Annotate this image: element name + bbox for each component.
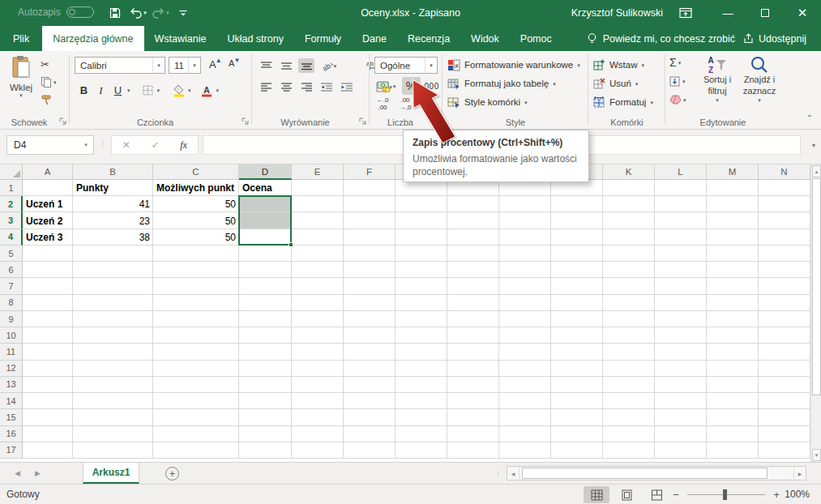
fill-color-caret[interactable]: ▾	[188, 88, 191, 93]
page-break-view-button[interactable]	[644, 486, 669, 503]
grow-font-button[interactable]: A▲	[209, 58, 216, 70]
font-size-caret[interactable]: ▾	[188, 58, 200, 73]
row-header-4[interactable]: 4	[0, 229, 23, 246]
autosum-button[interactable]: Σ▾	[669, 56, 686, 69]
tab-data[interactable]: Dane	[352, 26, 397, 51]
undo-button[interactable]: ▾	[128, 3, 148, 23]
selection-range[interactable]	[238, 195, 292, 246]
zoom-level[interactable]: 100%	[785, 489, 810, 500]
autosum-caret[interactable]: ▾	[678, 60, 682, 66]
sheet-tab-arkusz1[interactable]: Arkusz1	[83, 463, 139, 484]
column-header-N[interactable]: N	[759, 164, 810, 180]
cell-A4[interactable]: Uczeń 3	[23, 229, 73, 246]
increase-indent-button[interactable]	[339, 79, 355, 94]
vertical-scrollbar[interactable]: ▲ ▼	[810, 164, 821, 462]
borders-caret[interactable]: ▾	[157, 88, 160, 93]
column-header-D[interactable]: D	[239, 164, 292, 180]
align-right-button[interactable]	[298, 79, 314, 94]
number-format-caret[interactable]: ▾	[425, 58, 437, 73]
accounting-format-button[interactable]	[374, 77, 392, 95]
shrink-font-button[interactable]: A▼	[229, 58, 234, 68]
column-header-M[interactable]: M	[707, 164, 759, 180]
row-header-6[interactable]: 6	[0, 262, 23, 278]
sort-filter-button[interactable]: AZ Sortuj i filtruj ▾	[695, 55, 740, 103]
vertical-scroll-thumb[interactable]	[812, 178, 821, 395]
enter-entry-icon[interactable]: ✓	[151, 139, 159, 151]
insert-cells-caret[interactable]: ▾	[642, 62, 645, 68]
sort-filter-caret[interactable]: ▾	[716, 97, 719, 103]
save-button[interactable]	[105, 3, 125, 23]
row-header-17[interactable]: 17	[0, 442, 23, 459]
align-left-button[interactable]	[258, 79, 274, 94]
cell-C1[interactable]: Możliwych punkt	[153, 180, 239, 196]
italic-button[interactable]: I	[93, 82, 109, 99]
row-header-8[interactable]: 8	[0, 295, 23, 311]
find-select-caret[interactable]: ▾	[758, 97, 761, 103]
undo-dropdown-caret[interactable]: ▾	[143, 10, 147, 16]
cut-button[interactable]: ✂	[41, 58, 57, 70]
cell-C2[interactable]: 50	[153, 196, 239, 212]
font-color-button[interactable]: A	[199, 82, 215, 99]
zoom-in-button[interactable]: +	[772, 489, 781, 501]
cell-C3[interactable]: 50	[153, 212, 239, 229]
fill-button[interactable]: ▾	[669, 75, 686, 88]
cancel-entry-icon[interactable]: ✕	[122, 139, 130, 151]
underline-button[interactable]: U	[110, 82, 126, 99]
tab-page-layout[interactable]: Układ strony	[216, 26, 293, 51]
cell-A3[interactable]: Uczeń 2	[23, 212, 73, 229]
tab-formulas[interactable]: Formuły	[294, 26, 352, 51]
decrease-indent-button[interactable]	[319, 79, 335, 94]
fill-color-button[interactable]	[171, 82, 186, 99]
tab-home[interactable]: Narzędzia główne	[42, 26, 143, 51]
tabbar-splitter[interactable]: ⋮	[494, 468, 502, 476]
delete-cells-caret[interactable]: ▾	[635, 81, 639, 87]
row-header-15[interactable]: 15	[0, 409, 23, 425]
zoom-slider[interactable]	[687, 494, 765, 495]
tab-help[interactable]: Pomoc	[510, 26, 562, 51]
font-color-caret[interactable]: ▾	[216, 88, 220, 93]
cell-D1[interactable]: Ocena	[239, 180, 292, 196]
borders-button[interactable]	[140, 82, 156, 99]
number-format-combo[interactable]: Ogólne ▾	[374, 57, 438, 74]
page-layout-view-button[interactable]	[614, 486, 639, 503]
orientation-button[interactable]: ab▾	[319, 58, 340, 73]
row-header-12[interactable]: 12	[0, 361, 23, 377]
column-header-L[interactable]: L	[655, 164, 707, 180]
alignment-dialog-launcher[interactable]	[358, 117, 367, 126]
conditional-formatting-caret[interactable]: ▾	[577, 62, 580, 68]
row-header-16[interactable]: 16	[0, 426, 23, 442]
normal-view-button[interactable]	[584, 486, 609, 503]
minimize-button[interactable]: —	[709, 0, 746, 26]
cell-B1[interactable]: Punkty	[73, 180, 153, 196]
format-cells-caret[interactable]: ▾	[650, 100, 653, 105]
collapse-ribbon-button[interactable]: ⌃	[806, 113, 813, 122]
format-painter-button[interactable]	[41, 93, 57, 106]
find-select-button[interactable]: Znajdź i zaznacz ▾	[737, 55, 782, 103]
row-header-10[interactable]: 10	[0, 327, 23, 344]
row-header-1[interactable]: 1	[0, 180, 23, 196]
row-header-11[interactable]: 11	[0, 344, 23, 360]
row-header-13[interactable]: 13	[0, 377, 23, 393]
align-bottom-button[interactable]	[298, 58, 314, 73]
select-all-button[interactable]	[0, 164, 23, 180]
tab-file[interactable]: Plik	[0, 26, 42, 51]
fill-handle[interactable]	[289, 242, 293, 247]
clear-caret[interactable]: ▾	[683, 97, 686, 103]
maximize-button[interactable]	[746, 0, 784, 26]
clipboard-dialog-launcher[interactable]	[58, 117, 67, 126]
row-header-9[interactable]: 9	[0, 311, 23, 327]
sheet-nav-right-icon[interactable]: ▶	[35, 469, 41, 477]
bold-button[interactable]: B	[76, 82, 92, 99]
row-header-3[interactable]: 3	[0, 212, 23, 229]
font-name-combo[interactable]: Calibri ▾	[75, 57, 165, 74]
insert-cells-button[interactable]: Wstaw ▾	[593, 56, 644, 74]
paste-button[interactable]: Wklej ▾	[4, 55, 38, 112]
font-dialog-launcher[interactable]	[241, 117, 250, 126]
scroll-right-icon[interactable]: ▶	[793, 467, 806, 480]
customize-qat-button[interactable]	[173, 3, 193, 23]
name-box[interactable]: D4 ▾	[6, 135, 94, 155]
row-header-2[interactable]: 2	[0, 196, 23, 212]
cell-B2[interactable]: 41	[73, 196, 153, 212]
cell-C4[interactable]: 50	[153, 229, 239, 246]
align-center-button[interactable]	[278, 79, 294, 94]
